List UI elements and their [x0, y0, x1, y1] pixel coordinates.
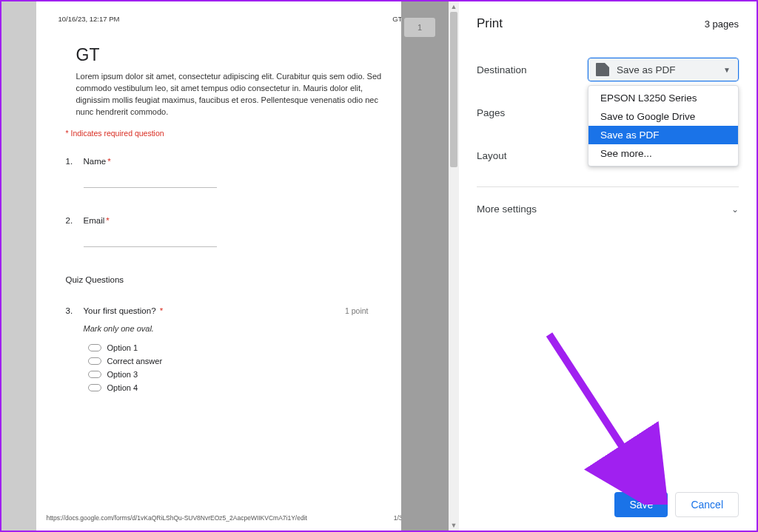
option-label: Correct answer — [107, 357, 163, 366]
chevron-down-icon: ⌄ — [731, 204, 739, 215]
preview-gutter: 1 ▲ ▼ — [401, 1, 459, 531]
destination-label: Destination — [477, 64, 588, 75]
question-number: 1. — [66, 157, 84, 166]
question-1: 1. Name* — [66, 157, 403, 166]
option-row: Option 3 — [88, 370, 403, 379]
option-label: Option 1 — [107, 343, 138, 352]
scrollbar-thumb[interactable] — [450, 12, 457, 167]
question-hint: Mark only one oval. — [84, 324, 403, 333]
more-settings-toggle[interactable]: More settings ⌄ — [477, 186, 739, 215]
question-label: Email* — [84, 216, 110, 225]
option-label: Option 4 — [107, 383, 138, 392]
question-label: Name* — [84, 157, 111, 166]
question-points: 1 point — [345, 306, 369, 315]
oval-icon — [88, 384, 101, 391]
layout-label: Layout — [477, 150, 588, 161]
dialog-footer: Save Cancel — [614, 492, 739, 517]
option-row: Option 4 — [88, 383, 403, 392]
caret-down-icon: ▼ — [723, 66, 731, 74]
preview-page-footer: https://docs.google.com/forms/d/1vKaQRiL… — [47, 514, 403, 522]
dropdown-option-epson[interactable]: EPSON L3250 Series — [588, 89, 738, 107]
question-label: Your first question? * — [84, 306, 164, 315]
question-number: 3. — [66, 306, 84, 315]
question-2: 2. Email* — [66, 216, 403, 225]
scroll-down-icon[interactable]: ▼ — [449, 520, 459, 531]
oval-icon — [88, 371, 101, 378]
oval-icon — [88, 344, 101, 351]
settings-title: Print — [477, 16, 503, 31]
dropdown-option-see-more[interactable]: See more... — [588, 144, 738, 163]
page-count: 3 pages — [705, 18, 739, 30]
option-row: Option 1 — [88, 343, 403, 352]
answer-input-line — [84, 175, 217, 188]
document-description: Lorem ipsum dolor sit amet, consectetur … — [76, 71, 387, 118]
print-preview-pane: 10/16/23, 12:17 PM GT GT Lorem ipsum dol… — [1, 1, 459, 531]
cancel-button[interactable]: Cancel — [675, 492, 739, 517]
destination-dropdown[interactable]: EPSON L3250 Series Save to Google Drive … — [588, 85, 739, 166]
settings-header: Print 3 pages — [477, 16, 739, 31]
question-number: 2. — [66, 216, 84, 225]
question-3: 3. Your first question? * 1 point — [66, 306, 403, 315]
preview-scrollbar[interactable]: ▲ ▼ — [449, 1, 459, 531]
destination-select[interactable]: Save as PDF ▼ — [588, 58, 739, 81]
timestamp: 10/16/23, 12:17 PM — [58, 15, 120, 23]
section-title: Quiz Questions — [66, 275, 403, 284]
page-number-indicator: 1 — [404, 18, 435, 37]
save-button[interactable]: Save — [614, 492, 668, 517]
option-row: Correct answer — [88, 357, 403, 366]
oval-icon — [88, 357, 101, 365]
dropdown-option-google-drive[interactable]: Save to Google Drive — [588, 107, 738, 126]
preview-page-header: 10/16/23, 12:17 PM GT — [58, 15, 403, 23]
scroll-up-icon[interactable]: ▲ — [449, 1, 459, 12]
pages-label: Pages — [477, 107, 588, 118]
print-settings-pane: Print 3 pages Destination Save as PDF ▼ … — [459, 1, 757, 531]
pdf-icon — [596, 63, 609, 76]
document-title: GT — [76, 45, 403, 65]
preview-page: 10/16/23, 12:17 PM GT GT Lorem ipsum dol… — [36, 1, 425, 531]
print-dialog: 10/16/23, 12:17 PM GT GT Lorem ipsum dol… — [1, 1, 757, 531]
dropdown-option-save-pdf[interactable]: Save as PDF — [588, 126, 738, 144]
destination-row: Destination Save as PDF ▼ — [477, 58, 739, 81]
answer-input-line — [84, 234, 217, 247]
footer-url: https://docs.google.com/forms/d/1vKaQRiL… — [47, 514, 307, 522]
destination-value: Save as PDF — [617, 64, 676, 75]
more-settings-label: More settings — [477, 203, 537, 215]
required-indicator: * Indicates required question — [66, 129, 403, 138]
option-label: Option 3 — [107, 370, 138, 379]
